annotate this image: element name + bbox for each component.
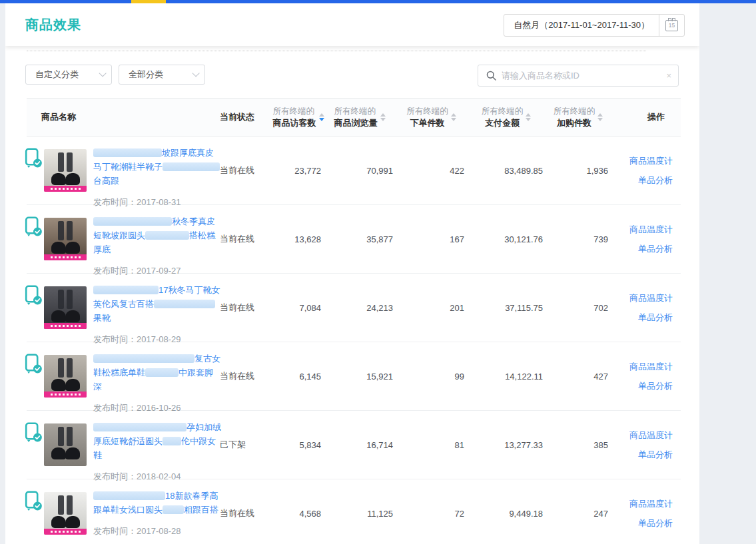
mobile-verified-icon xyxy=(25,216,43,237)
action-link-thermometer[interactable]: 商品温度计 xyxy=(629,429,673,441)
column-header-metric[interactable]: 所有终端的 加购件数 xyxy=(546,99,611,136)
status-text: 当前在线 xyxy=(220,370,273,382)
action-link-analysis[interactable]: 单品分析 xyxy=(638,174,673,186)
actions-cell: 商品温度计 单品分析 xyxy=(611,429,681,461)
all-category-label: 全部分类 xyxy=(129,69,163,81)
product-name-link[interactable]: 17秋冬马丁靴女英伦风复古百搭果靴 xyxy=(93,283,221,325)
image-banner xyxy=(44,392,87,398)
date-range-label[interactable]: 自然月（2017-11-01~2017-11-30） xyxy=(504,15,659,36)
table-row: 17秋冬马丁靴女英伦风复古百搭果靴 发布时间：2017-08-29 当前在线 7… xyxy=(27,274,681,342)
action-link-analysis[interactable]: 单品分析 xyxy=(638,312,673,324)
action-link-thermometer[interactable]: 商品温度计 xyxy=(629,155,673,167)
search-box[interactable]: × xyxy=(478,65,679,87)
metric-value: 24,213 xyxy=(324,303,396,313)
metric-value: 15,921 xyxy=(324,372,396,382)
metric-label: 商品浏览量 xyxy=(334,117,378,129)
action-link-analysis[interactable]: 单品分析 xyxy=(638,380,673,392)
metric-value: 6,145 xyxy=(273,372,324,382)
metric-label: 商品访客数 xyxy=(273,117,316,129)
metric-value: 422 xyxy=(396,166,467,176)
search-input[interactable] xyxy=(502,71,666,81)
image-banner xyxy=(44,529,87,535)
column-header-actions: 操作 xyxy=(611,111,681,123)
product-image[interactable] xyxy=(44,492,87,535)
column-header-status: 当前状态 xyxy=(220,111,273,123)
status-text: 当前在线 xyxy=(220,507,273,519)
all-category-dropdown[interactable]: 全部分类 xyxy=(119,65,205,85)
product-name-link[interactable]: 18新款春季高跟单鞋女浅口圆头粗跟百搭 xyxy=(93,489,221,517)
chevron-down-icon xyxy=(192,69,199,77)
action-link-analysis[interactable]: 单品分析 xyxy=(638,449,673,461)
sort-caret-icon[interactable] xyxy=(597,113,603,121)
product-image[interactable] xyxy=(44,355,87,398)
metric-value: 7,084 xyxy=(273,303,324,313)
metric-value: 16,714 xyxy=(324,440,396,450)
actions-cell: 商品温度计 单品分析 xyxy=(611,224,681,255)
product-image[interactable] xyxy=(44,423,87,466)
metric-value: 13,277.33 xyxy=(467,440,546,450)
status-text: 当前在线 xyxy=(220,233,273,245)
date-range-control[interactable]: 自然月（2017-11-01~2017-11-30） 15 xyxy=(504,14,685,37)
column-header-metric[interactable]: 所有终端的 商品浏览量 xyxy=(324,99,396,136)
product-name-link[interactable]: 孕妇加绒厚底短靴舒适圆头伦中跟女鞋 xyxy=(93,420,221,462)
mobile-verified-icon xyxy=(25,422,43,443)
mobile-verified-icon xyxy=(25,148,43,168)
metric-prefix-label: 所有终端的 xyxy=(406,106,448,117)
metric-prefix-label: 所有终端的 xyxy=(273,106,316,117)
metric-label: 下单件数 xyxy=(406,117,448,129)
product-image[interactable] xyxy=(44,286,87,329)
table-row: 秋冬季真皮短靴坡跟圆头搭松糕厚底 发布时间：2017-09-27 当前在线 13… xyxy=(27,205,681,274)
metric-value: 427 xyxy=(546,372,611,382)
sort-caret-icon[interactable] xyxy=(526,113,531,121)
table-header-row: 商品名称 当前状态 所有终端的 商品访客数 所有终端的 商品浏览量 所有终端的 … xyxy=(27,98,681,136)
table-body: 坡跟厚底真皮马丁靴潮鞋半靴子台高跟 发布时间：2017-08-31 当前在线 2… xyxy=(27,136,681,544)
metric-value: 70,991 xyxy=(324,166,396,176)
mobile-verified-icon xyxy=(25,491,43,511)
product-image[interactable] xyxy=(44,149,87,192)
metric-value: 30,121.76 xyxy=(467,234,546,244)
custom-category-label: 自定义分类 xyxy=(35,69,79,81)
action-link-thermometer[interactable]: 商品温度计 xyxy=(629,292,673,304)
table-row: 孕妇加绒厚底短靴舒适圆头伦中跟女鞋 发布时间：2018-02-04 已下架 5,… xyxy=(27,411,681,479)
product-name-cell: 坡跟厚底真皮马丁靴潮鞋半靴子台高跟 发布时间：2017-08-31 xyxy=(27,136,220,204)
page-gutter-right xyxy=(699,3,756,544)
metric-prefix-label: 所有终端的 xyxy=(334,106,378,117)
product-name-cell: 18新款春季高跟单鞋女浅口圆头粗跟百搭 发布时间：2017-08-28 xyxy=(27,479,220,544)
calendar-button[interactable]: 15 xyxy=(659,15,684,36)
action-link-thermometer[interactable]: 商品温度计 xyxy=(629,361,673,373)
product-image[interactable] xyxy=(44,218,87,260)
clear-search-icon[interactable]: × xyxy=(666,71,671,81)
metric-value: 9,449.18 xyxy=(467,509,546,519)
action-link-thermometer[interactable]: 商品温度计 xyxy=(629,498,673,510)
action-link-analysis[interactable]: 单品分析 xyxy=(638,243,673,255)
product-name-link[interactable]: 秋冬季真皮短靴坡跟圆头搭松糕厚底 xyxy=(93,214,221,256)
action-link-thermometer[interactable]: 商品温度计 xyxy=(629,224,673,236)
column-header-metric[interactable]: 所有终端的 支付金额 xyxy=(467,99,546,136)
actions-cell: 商品温度计 单品分析 xyxy=(611,155,681,186)
sort-caret-icon[interactable] xyxy=(451,113,456,121)
chevron-down-icon xyxy=(99,69,106,77)
mobile-verified-icon xyxy=(25,285,43,306)
custom-category-dropdown[interactable]: 自定义分类 xyxy=(25,65,112,85)
metric-prefix-label: 所有终端的 xyxy=(554,106,595,117)
metric-value: 35,877 xyxy=(324,234,396,244)
column-header-metric[interactable]: 所有终端的 下单件数 xyxy=(396,99,467,136)
product-name-cell: 17秋冬马丁靴女英伦风复古百搭果靴 发布时间：2017-08-29 xyxy=(27,274,220,342)
product-name-link[interactable]: 坡跟厚底真皮马丁靴潮鞋半靴子台高跟 xyxy=(93,146,221,188)
product-name-link[interactable]: 复古女鞋松糕底单鞋中跟套脚深 xyxy=(93,352,221,394)
metric-value: 702 xyxy=(546,303,611,313)
page-header: 商品效果 自然月（2017-11-01~2017-11-30） 15 xyxy=(5,3,699,46)
image-banner xyxy=(44,186,87,192)
column-header-metric[interactable]: 所有终端的 商品访客数 xyxy=(273,99,324,136)
calendar-icon: 15 xyxy=(665,20,678,31)
metric-value: 13,628 xyxy=(273,234,324,244)
search-icon xyxy=(486,71,496,81)
sort-caret-icon[interactable] xyxy=(380,113,386,121)
status-text: 当前在线 xyxy=(220,164,273,176)
column-header-name: 商品名称 xyxy=(27,111,220,123)
action-link-analysis[interactable]: 单品分析 xyxy=(638,517,673,529)
content-card: 商品效果 自然月（2017-11-01~2017-11-30） 15 自定义分类… xyxy=(5,3,699,544)
metric-value: 167 xyxy=(396,234,467,244)
metric-value: 385 xyxy=(546,440,611,450)
metric-value: 83,489.85 xyxy=(467,166,546,176)
